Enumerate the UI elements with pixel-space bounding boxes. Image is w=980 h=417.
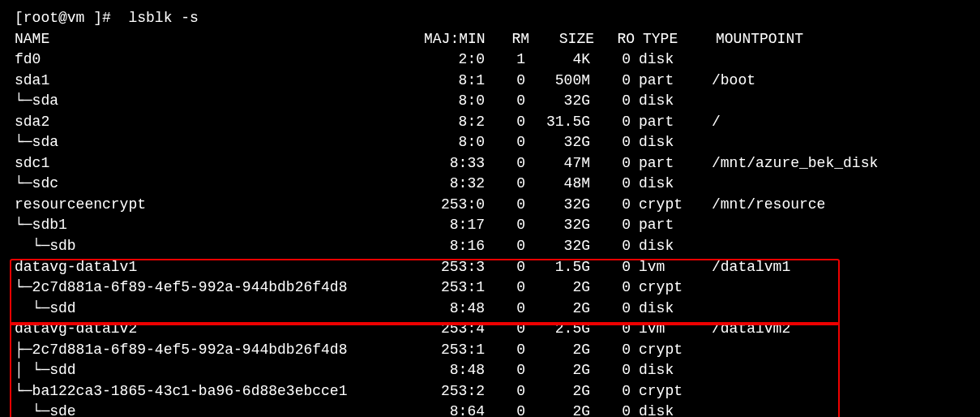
cell-majmin: 8:32: [420, 174, 485, 195]
table-row: └─sda8:0032G0disk: [15, 91, 965, 112]
cell-ro: 0: [590, 174, 631, 195]
cell-type: disk: [631, 402, 704, 417]
cell-ro: 0: [590, 132, 631, 153]
cell-ro: 0: [590, 299, 631, 320]
cell-mount: [704, 381, 712, 402]
cell-mount: [704, 215, 712, 236]
cell-size: 32G: [525, 215, 590, 236]
cell-mount: [704, 277, 712, 299]
cell-majmin: 253:1: [420, 277, 485, 299]
cell-rm: 0: [485, 319, 525, 340]
cell-size: 32G: [525, 236, 590, 257]
cell-majmin: 8:17: [420, 215, 485, 236]
table-row: └─2c7d881a-6f89-4ef5-992a-944bdb26f4d825…: [15, 277, 965, 299]
cell-type: crypt: [631, 195, 704, 216]
cell-ro: 0: [590, 381, 631, 402]
table-row: └─sdb8:16032G0disk: [15, 236, 965, 257]
cell-size: 32G: [525, 91, 590, 112]
cell-mount: [704, 360, 712, 381]
cell-name: sdc1: [15, 153, 420, 174]
cell-majmin: 8:16: [420, 236, 485, 257]
cell-rm: 0: [485, 91, 525, 112]
cell-type: part: [631, 71, 704, 92]
cell-majmin: 253:2: [420, 381, 485, 402]
cell-size: 1.5G: [525, 257, 590, 278]
cell-name: └─sdd: [15, 299, 420, 320]
cell-type: part: [631, 153, 704, 174]
cell-majmin: 8:48: [420, 360, 485, 381]
cell-mount: [704, 174, 712, 195]
cell-majmin: 8:0: [420, 132, 485, 153]
table-row: └─sde8:6402G0disk: [15, 402, 965, 417]
cell-size: 32G: [525, 132, 590, 153]
cell-size: 31.5G: [525, 112, 590, 133]
cell-majmin: 253:0: [420, 195, 485, 216]
cell-ro: 0: [590, 360, 631, 381]
cell-name: │ └─sdd: [15, 360, 420, 381]
cell-mount: [704, 299, 712, 320]
cell-type: crypt: [631, 381, 704, 402]
cell-name: sda1: [15, 71, 420, 92]
cell-rm: 0: [485, 340, 525, 361]
cell-rm: 0: [485, 236, 525, 257]
cell-size: 32G: [525, 195, 590, 216]
cell-majmin: 253:4: [420, 319, 485, 340]
col-header-type: TYPE: [635, 29, 708, 50]
cell-ro: 0: [590, 319, 631, 340]
cell-ro: 0: [590, 91, 631, 112]
cell-ro: 0: [590, 49, 631, 71]
col-header-rm: RM: [489, 29, 529, 50]
cell-mount: [704, 132, 712, 153]
cell-rm: 0: [485, 132, 525, 153]
cell-name: fd0: [15, 49, 420, 71]
cell-size: 4K: [525, 49, 590, 71]
cell-size: 47M: [525, 153, 590, 174]
cell-mount: [704, 49, 712, 71]
cell-rm: 0: [485, 402, 525, 417]
cell-name: └─ba122ca3-1865-43c1-ba96-6d88e3ebcce1: [15, 381, 420, 402]
cell-mount: /boot: [704, 71, 755, 92]
table-row: └─ba122ca3-1865-43c1-ba96-6d88e3ebcce125…: [15, 381, 965, 402]
cell-type: disk: [631, 49, 704, 71]
cell-majmin: 8:2: [420, 112, 485, 133]
cell-type: crypt: [631, 277, 704, 299]
cell-size: 500M: [525, 71, 590, 92]
cell-majmin: 253:3: [420, 257, 485, 278]
cell-mount: /: [704, 112, 721, 133]
cell-rm: 0: [485, 360, 525, 381]
cell-ro: 0: [590, 236, 631, 257]
cell-type: disk: [631, 132, 704, 153]
cell-type: disk: [631, 360, 704, 381]
col-header-mount: MOUNTPOINT: [708, 29, 803, 50]
cell-ro: 0: [590, 215, 631, 236]
cell-majmin: 8:1: [420, 71, 485, 92]
table-row: └─sdb18:17032G0part: [15, 215, 965, 236]
cell-majmin: 8:0: [420, 91, 485, 112]
cell-rm: 0: [485, 381, 525, 402]
cell-mount: [704, 91, 712, 112]
cell-name: datavg-datalv1: [15, 257, 420, 278]
cell-mount: [704, 236, 712, 257]
cell-size: 2.5G: [525, 319, 590, 340]
col-header-name: NAME: [15, 29, 420, 50]
cell-rm: 0: [485, 277, 525, 299]
cell-name: └─sdb: [15, 236, 420, 257]
cell-name: ├─2c7d881a-6f89-4ef5-992a-944bdb26f4d8: [15, 340, 420, 361]
cell-type: part: [631, 215, 704, 236]
cell-rm: 0: [485, 174, 525, 195]
cell-majmin: 8:64: [420, 402, 485, 417]
cell-ro: 0: [590, 340, 631, 361]
cell-ro: 0: [590, 257, 631, 278]
cell-majmin: 253:1: [420, 340, 485, 361]
cell-type: crypt: [631, 340, 704, 361]
cell-size: 2G: [525, 277, 590, 299]
cell-mount: /datalvm2: [704, 319, 790, 340]
col-header-majmin: MAJ:MIN: [420, 29, 489, 50]
table-row: sda28:2031.5G0part/: [15, 112, 965, 133]
cell-majmin: 8:33: [420, 153, 485, 174]
table-body: fd02:014K0disksda18:10500M0part/boot└─sd…: [15, 49, 965, 417]
cell-rm: 0: [485, 71, 525, 92]
cell-name: └─sda: [15, 91, 420, 112]
cell-name: └─sdb1: [15, 215, 420, 236]
cell-majmin: 2:0: [420, 49, 485, 71]
